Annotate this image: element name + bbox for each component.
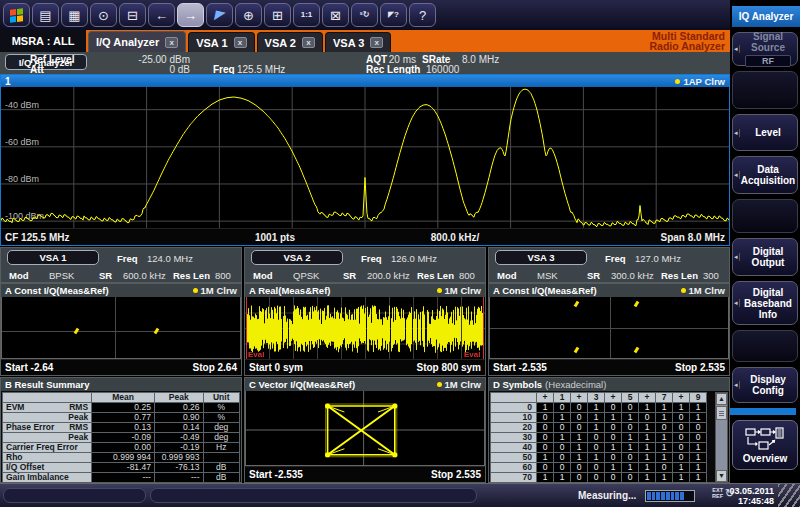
vsa-plot-1[interactable]	[1, 297, 241, 359]
result-summary-title: B Result Summary	[5, 379, 89, 390]
symbol-bit: 0	[605, 473, 622, 483]
softkey-digital-output[interactable]: ◂Digital Output	[732, 238, 798, 276]
tab-close-icon[interactable]: x	[370, 37, 383, 48]
scrollbar-thumb[interactable]	[716, 406, 727, 420]
winlogo-pane	[17, 15, 23, 22]
toolbar-button-save[interactable]: ▦	[61, 3, 88, 27]
tab-close-icon[interactable]: x	[234, 37, 247, 48]
softkey-digital-baseband-info[interactable]: ◂Digital Baseband Info	[732, 281, 798, 325]
toolbar-button-print[interactable]: ⊟	[119, 3, 146, 27]
toolbar-button-pointer[interactable]: ◤	[206, 3, 233, 27]
softkey-data-acquisition[interactable]: ◂Data Acquisition	[732, 156, 798, 194]
overview-button[interactable]: Overview	[732, 420, 798, 470]
vsa-plot-footer-1: Start -2.64Stop 2.64	[1, 359, 241, 375]
stop-readout: Stop 2.64	[193, 362, 237, 373]
vsa-plot-3[interactable]	[489, 297, 729, 359]
symbol-bit: 0	[571, 463, 588, 473]
vsa-tab-button-3[interactable]: VSA 3	[495, 250, 587, 265]
vsa-plot-2[interactable]	[245, 297, 485, 359]
progress-segment	[680, 492, 684, 500]
toolbar-button-open-file[interactable]: ▤	[32, 3, 59, 27]
toolbar-button-windows-logo[interactable]	[3, 3, 30, 27]
symbol-bit: 0	[673, 453, 690, 463]
softkey-signal-source[interactable]: ◂Signal SourceRF	[732, 32, 798, 66]
vsa-field-value: 127.0 MHz	[635, 254, 681, 263]
measurement-progress-bar	[645, 490, 695, 502]
symbol-bit: 0	[673, 433, 690, 443]
softkey-blank-1[interactable]	[732, 71, 798, 109]
symbol-bit: 0	[554, 423, 571, 433]
start-readout: Start -2.64	[5, 362, 53, 373]
trace-color-dot	[437, 382, 442, 387]
symbol-bit: 1	[588, 403, 605, 413]
row-label-cell: Carrier Freq Error	[3, 443, 92, 453]
symbol-bit: 1	[639, 453, 656, 463]
tab-vsa-3[interactable]: VSA 3x	[325, 32, 391, 52]
symbol-bit: 0	[537, 423, 554, 433]
scroll-up-icon[interactable]: ▲	[716, 393, 727, 405]
progress-segment	[652, 492, 656, 500]
peak-value: 0.999 993	[154, 453, 203, 463]
toolbar-button-fit-screen[interactable]: ⊠	[322, 3, 349, 27]
vsa-plot-titlebar-2: A Real(Meas&Ref)1M Clrw	[245, 284, 485, 297]
symbol-bit: 1	[673, 463, 690, 473]
vsa-tab-button-2[interactable]: VSA 2	[251, 250, 343, 265]
symbol-bit: 0	[656, 423, 673, 433]
toolbar-button-help[interactable]: ?	[409, 3, 436, 27]
tab-i-q-analyzer[interactable]: I/Q Analyzerx	[88, 31, 186, 52]
symbols-row-label: 60	[491, 463, 537, 473]
row-label-cell: EVMRMS	[3, 403, 92, 413]
unit-value: dB	[203, 473, 239, 483]
toolbar-button-redo[interactable]: →	[177, 3, 204, 27]
symbols-scrollbar[interactable]: ▲▼	[715, 392, 728, 483]
toolbar-button-sequence[interactable]: ˢ↻	[351, 3, 378, 27]
symbols-row-label: 20	[491, 423, 537, 433]
scroll-down-icon[interactable]: ▼	[716, 470, 727, 482]
stop-readout: Stop 2.535	[675, 362, 725, 373]
corner-cell	[491, 393, 537, 403]
spectrum-plot[interactable]: -40 dBm-60 dBm-80 dBm-100 dBm	[1, 87, 729, 228]
softkey-blank-3[interactable]	[732, 330, 798, 362]
symbols-column-header: +	[673, 393, 690, 403]
constellation-point	[634, 301, 640, 308]
symbol-bit: 1	[571, 453, 588, 463]
print-icon: ⊟	[127, 9, 138, 22]
symbols-row-label: 0	[491, 403, 537, 413]
toolbar-button-zoom-in[interactable]: ⊕	[235, 3, 262, 27]
symbol-bit: 0	[571, 413, 588, 423]
vector-iq-footer: Start -2.535 Stop 2.535	[245, 466, 485, 482]
tab-vsa-2[interactable]: VSA 2x	[257, 32, 323, 52]
table-row: I/Q Offset-81.47-76.13dB	[3, 463, 240, 473]
symbol-bit: 1	[656, 413, 673, 423]
softkey-arrow-icon: ◂	[734, 253, 740, 261]
vsa-tab-button-1[interactable]: VSA 1	[7, 250, 99, 265]
softkey-arrow-icon: ◂	[734, 171, 740, 179]
row-label: EVM	[6, 403, 24, 413]
toolbar-button-help-pointer[interactable]: ◤?	[380, 3, 407, 27]
toolbar-button-undo[interactable]: ←	[148, 3, 175, 27]
toolbar-button-zoom-1to1[interactable]: 1:1	[293, 3, 320, 27]
tab-msra-all[interactable]: MSRA : ALL	[0, 30, 86, 52]
fit-screen-icon: ⊠	[330, 9, 341, 22]
vsa-field-value: SR	[99, 271, 112, 280]
toolbar-button-screenshot[interactable]: ⊙	[90, 3, 117, 27]
symbol-bit: 0	[622, 473, 639, 483]
vector-iq-plot[interactable]	[245, 391, 485, 466]
tab-vsa-1[interactable]: VSA 1x	[188, 32, 254, 52]
symbol-bit: 0	[571, 403, 588, 413]
result-summary-table-area: MeanPeakUnitEVMRMS0.250.26%Peak0.770.90%…	[1, 391, 241, 482]
softkey-blank-2[interactable]	[732, 199, 798, 233]
softkey-display-config[interactable]: ◂Display Config	[732, 367, 798, 403]
mean-value: 0.13	[92, 423, 155, 433]
sequence-icon: ˢ↻	[360, 11, 370, 19]
softkey-level[interactable]: ◂Level	[732, 114, 798, 151]
tab-close-icon[interactable]: x	[302, 37, 315, 48]
spectrum-svg: -40 dBm-60 dBm-80 dBm-100 dBm	[1, 87, 729, 228]
pointer-icon: ◤	[213, 8, 225, 23]
tab-close-icon[interactable]: x	[165, 37, 178, 48]
symbol-bit: 1	[537, 473, 554, 483]
symbol-bit: 1	[656, 433, 673, 443]
toolbar-button-zoom-window[interactable]: ⊞	[264, 3, 291, 27]
symbols-column-header: +	[605, 393, 622, 403]
zoom-in-icon: ⊕	[243, 9, 254, 22]
